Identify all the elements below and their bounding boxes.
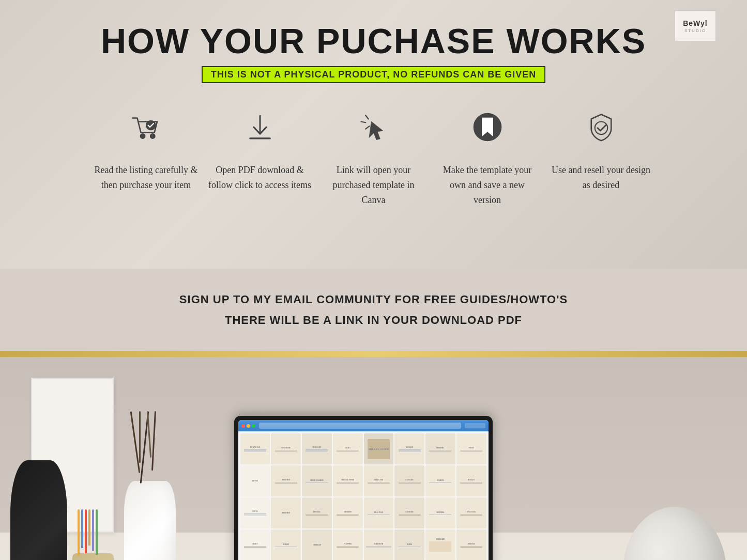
main-title: HOW YOUR PUCHASE WORKS — [0, 21, 747, 61]
logo-text-top: BeWyl — [683, 19, 708, 27]
screen-cell: NOTES — [240, 497, 270, 528]
white-vase-body — [124, 481, 176, 560]
signup-line-1: SIGN UP TO MY EMAIL COMMUNITY FOR FREE G… — [0, 289, 747, 310]
screen-cell: MEAL PLANNER — [333, 465, 363, 496]
step-item-2: Open PDF download & follow click to acce… — [203, 104, 317, 193]
screen-cell: HABIT — [240, 530, 270, 560]
screen-cell: BUDGET — [456, 465, 486, 496]
screen-cell: WEEKLY — [394, 433, 424, 464]
download-icon — [237, 104, 283, 150]
screen-cell: DAILY LOG — [456, 497, 486, 528]
screen-cell: GROCERY — [333, 497, 363, 528]
screen-cell: BUDGET — [271, 530, 301, 560]
browser-controls — [465, 423, 485, 428]
screen-cell: PLANNER — [333, 530, 363, 560]
svg-point-1 — [150, 134, 155, 138]
gold-border — [0, 351, 747, 357]
browser-url-bar — [259, 423, 461, 429]
svg-point-0 — [140, 134, 145, 138]
screen-cell: FEBRUARY — [425, 530, 455, 560]
screen-cell: LISTICLE — [302, 497, 332, 528]
screen-cell: HOW TO USE — [240, 433, 270, 464]
browser-dot-green — [252, 424, 255, 428]
signup-line-2: THERE WILL BE A LINK IN YOUR DOWNLOAD PD… — [0, 310, 747, 331]
top-section: BeWyl STUDIO HOW YOUR PUCHASE WORKS THIS… — [0, 0, 747, 269]
bottom-photo-section: HOW TO USE GRATITUDE TO DO LIST GOALS — [0, 357, 747, 560]
step-3-text: Link will open your purchased template i… — [322, 163, 425, 207]
screen-cell: JOURNAL — [456, 530, 486, 560]
laptop: HOW TO USE GRATITUDE TO DO LIST GOALS — [234, 416, 513, 560]
steps-row: Read the listing carefully & then purcha… — [64, 104, 684, 207]
screen-cell: SELF CARE — [364, 465, 394, 496]
step-5-text: Use and resell your design as desired — [550, 163, 653, 193]
step-item-3: Link will open your purchased template i… — [317, 104, 431, 207]
black-vase — [0, 440, 83, 560]
svg-point-10 — [594, 122, 607, 135]
screen-cell: COVER — [240, 465, 270, 496]
screen-cell: NOTES — [456, 433, 486, 464]
decorative-sticks — [134, 411, 155, 484]
step-item-5: Use and resell your design as desired — [544, 104, 658, 193]
cart-icon — [123, 104, 170, 150]
screen-cell: MONTHLY — [425, 433, 455, 464]
screen-cell: NOTES — [394, 530, 424, 560]
subtitle-highlight: THIS IS NOT A PHYSICAL PRODUCT, NO REFUN… — [202, 66, 545, 83]
browser-dot-yellow — [247, 424, 250, 428]
screen-cell: MOOD TRACKER — [302, 465, 332, 496]
logo-text-bottom: STUDIO — [684, 28, 706, 33]
bookmark-icon — [464, 104, 511, 150]
screen-cell: READING — [425, 465, 455, 496]
screen-cell: EXERCISE — [394, 465, 424, 496]
step-4-text: Make the template your own and save a ne… — [436, 163, 539, 207]
laptop-screen-inner: HOW TO USE GRATITUDE TO DO LIST GOALS — [238, 420, 489, 560]
round-vase — [623, 507, 726, 560]
browser-bar — [238, 420, 489, 431]
logo: BeWyl STUDIO — [675, 10, 716, 41]
pencils — [78, 509, 98, 556]
screen-cell: GOALS — [333, 433, 363, 464]
svg-line-7 — [365, 126, 369, 129]
svg-line-6 — [361, 122, 365, 123]
screen-cell: CONTACTS — [302, 530, 332, 560]
screen-cell: MIND MAP — [271, 497, 301, 528]
screen-cell: MEAL PLAN — [364, 497, 394, 528]
screen-cell: EXERCISE — [394, 497, 424, 528]
step-2-text: Open PDF download & follow click to acce… — [208, 163, 312, 193]
black-vase-body — [10, 460, 67, 560]
screen-cell: TO DO LIST — [302, 433, 332, 464]
step-item-4: Make the template your own and save a ne… — [431, 104, 544, 207]
step-item-1: Read the listing carefully & then purcha… — [89, 104, 203, 193]
white-vase — [124, 481, 176, 560]
browser-dot-red — [241, 424, 245, 428]
step-1-text: Read the listing carefully & then purcha… — [95, 163, 198, 193]
shield-check-icon — [578, 104, 624, 150]
laptop-screen-outer: HOW TO USE GRATITUDE TO DO LIST GOALS — [234, 416, 493, 560]
round-vase-body — [623, 507, 726, 560]
screen-cell: MIND MAP — [271, 465, 301, 496]
screen-cell: GRATITUDE — [271, 433, 301, 464]
screen-cell: CALENDAR — [364, 530, 394, 560]
signup-section: SIGN UP TO MY EMAIL COMMUNITY FOR FREE G… — [0, 269, 747, 351]
svg-line-5 — [365, 115, 368, 119]
cursor-icon — [350, 104, 397, 150]
svg-marker-8 — [369, 122, 383, 140]
screen-cell: WEDDING — [425, 497, 455, 528]
pencil-cup — [72, 553, 114, 560]
screen-content: HOW TO USE GRATITUDE TO DO LIST GOALS — [238, 431, 489, 560]
screen-cell: MILK PLANNER — [364, 433, 394, 464]
